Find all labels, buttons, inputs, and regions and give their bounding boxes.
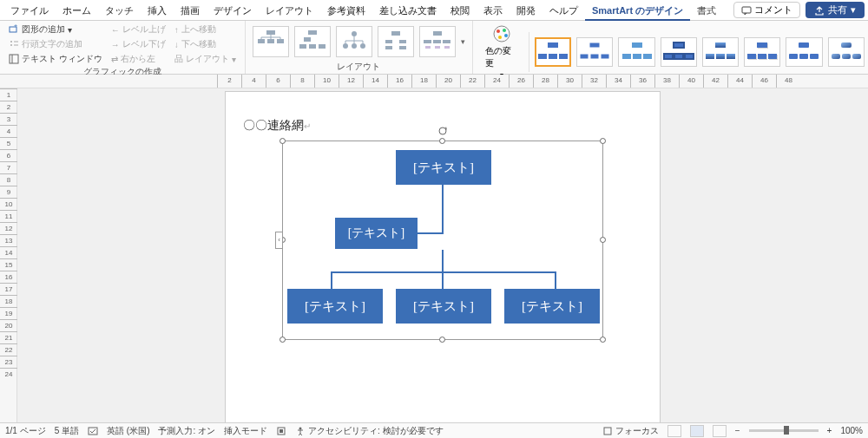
svg-rect-82 bbox=[832, 54, 840, 59]
add-bullet-button[interactable]: 行頭文字の追加 bbox=[7, 37, 104, 51]
svg-point-26 bbox=[360, 43, 365, 49]
layout-thumb-1[interactable] bbox=[253, 26, 289, 57]
svg-rect-91 bbox=[279, 429, 283, 433]
svg-rect-20 bbox=[309, 44, 316, 49]
svg-rect-43 bbox=[444, 46, 450, 49]
layout-thumb-2[interactable] bbox=[294, 26, 331, 57]
ruler-vertical[interactable]: 123456789101112131415161718192021222324 bbox=[0, 88, 17, 422]
status-page[interactable]: 1/1 ページ bbox=[5, 425, 46, 437]
status-predict[interactable]: 予測入力: オン bbox=[158, 425, 215, 437]
status-spellcheck[interactable] bbox=[88, 426, 98, 436]
ruler-horizontal[interactable]: 2468101214161820222426283032343638404244… bbox=[0, 75, 868, 88]
tab-mailings[interactable]: 差し込み文書 bbox=[372, 0, 444, 21]
tab-home[interactable]: ホーム bbox=[56, 0, 98, 21]
svg-rect-76 bbox=[768, 54, 777, 59]
tab-smartart-design[interactable]: SmartArt のデザイン bbox=[585, 0, 690, 21]
tab-references[interactable]: 参考資料 bbox=[320, 0, 372, 21]
layout-thumb-4[interactable] bbox=[378, 26, 414, 57]
style-thumb-7[interactable] bbox=[786, 37, 822, 67]
tab-insert[interactable]: 挿入 bbox=[141, 0, 174, 21]
status-insert-mode[interactable]: 挿入モード bbox=[224, 425, 267, 437]
svg-point-25 bbox=[352, 43, 357, 49]
promote-button[interactable]: ← レベル上げ bbox=[109, 23, 168, 36]
ribbon-group-create: +図形の追加 ▾ 行頭文字の追加 テキスト ウィンドウ ← レベル上げ → レベ… bbox=[0, 21, 246, 74]
layout-thumb-3[interactable] bbox=[336, 26, 372, 57]
text-pane-button[interactable]: テキスト ウィンドウ bbox=[7, 52, 104, 66]
svg-rect-50 bbox=[538, 54, 547, 59]
svg-rect-9 bbox=[266, 30, 275, 35]
status-macro[interactable] bbox=[276, 426, 286, 436]
smartart-node-child-3[interactable]: [テキスト] bbox=[504, 289, 600, 324]
svg-rect-19 bbox=[299, 44, 306, 49]
move-up-button[interactable]: ↑ 上へ移動 bbox=[173, 23, 238, 36]
resize-handle-tm[interactable] bbox=[439, 138, 445, 144]
tab-touch[interactable]: タッチ bbox=[98, 0, 141, 21]
svg-rect-53 bbox=[589, 42, 600, 48]
tab-review[interactable]: 校閲 bbox=[444, 0, 477, 21]
smartart-node-root[interactable]: [テキスト] bbox=[396, 150, 491, 185]
svg-rect-81 bbox=[841, 42, 852, 48]
svg-rect-89 bbox=[89, 428, 97, 435]
style-thumb-4[interactable] bbox=[661, 37, 697, 67]
move-down-button[interactable]: ↓ 下へ移動 bbox=[173, 37, 238, 51]
tab-view[interactable]: 表示 bbox=[477, 0, 510, 21]
resize-handle-bl[interactable] bbox=[279, 337, 286, 343]
status-accessibility[interactable]: アクセシビリティ: 検討が必要です bbox=[295, 425, 444, 437]
view-web-button[interactable] bbox=[713, 425, 727, 437]
svg-rect-63 bbox=[674, 54, 683, 59]
resize-handle-bm[interactable] bbox=[439, 337, 445, 343]
style-thumb-8[interactable] bbox=[828, 37, 865, 67]
demote-button[interactable]: → レベル下げ bbox=[109, 37, 168, 51]
smartart-frame[interactable]: ‹ [テキスト] [テキスト] [テキスト] [テキスト] [テキスト] bbox=[282, 141, 603, 340]
add-shape-button[interactable]: +図形の追加 ▾ bbox=[7, 23, 104, 36]
text-pane-toggle[interactable]: ‹ bbox=[275, 232, 283, 249]
change-colors-button[interactable]: 色の変更 ▾ bbox=[480, 23, 523, 81]
layout-thumb-5[interactable] bbox=[419, 26, 456, 57]
status-language[interactable]: 英語 (米国) bbox=[107, 425, 149, 437]
smartart-node-child-1[interactable]: [テキスト] bbox=[287, 289, 383, 324]
view-print-button[interactable] bbox=[690, 425, 704, 437]
comment-label: コメント bbox=[754, 3, 792, 16]
comment-button[interactable]: コメント bbox=[733, 2, 800, 18]
accessibility-icon bbox=[295, 426, 306, 436]
rtl-button[interactable]: ⇄ 右から左 bbox=[109, 52, 168, 66]
group-label-layouts: レイアウト bbox=[253, 61, 465, 74]
zoom-slider[interactable] bbox=[749, 429, 819, 432]
resize-handle-mr[interactable] bbox=[600, 237, 606, 243]
smartart-node-child-2[interactable]: [テキスト] bbox=[396, 289, 491, 324]
tab-developer[interactable]: 開発 bbox=[510, 0, 542, 21]
tab-file[interactable]: ファイル bbox=[3, 0, 56, 21]
tab-draw[interactable]: 描画 bbox=[174, 0, 207, 21]
zoom-level[interactable]: 100% bbox=[840, 426, 863, 435]
view-read-button[interactable] bbox=[667, 425, 681, 437]
svg-rect-41 bbox=[425, 46, 431, 49]
style-thumb-1[interactable] bbox=[535, 37, 571, 67]
status-focus[interactable]: フォーカス bbox=[602, 425, 659, 437]
style-thumb-5[interactable] bbox=[702, 37, 739, 67]
svg-rect-12 bbox=[277, 39, 284, 43]
tab-layout[interactable]: レイアウト bbox=[259, 0, 320, 21]
share-button[interactable]: 共有 ▾ bbox=[806, 2, 865, 18]
canvas-area[interactable]: 〇〇連絡網↵ ‹ [テキ bbox=[17, 88, 868, 422]
style-thumb-2[interactable] bbox=[576, 37, 613, 67]
zoom-in-button[interactable]: + bbox=[827, 426, 832, 435]
svg-rect-39 bbox=[433, 40, 441, 43]
resize-handle-tl[interactable] bbox=[279, 138, 286, 144]
layout-dropdown[interactable]: 品 レイアウト ▾ bbox=[173, 52, 238, 66]
zoom-out-button[interactable]: − bbox=[735, 426, 740, 435]
document-page[interactable]: 〇〇連絡網↵ ‹ [テキ bbox=[226, 92, 660, 422]
status-words[interactable]: 5 単語 bbox=[55, 425, 79, 437]
tab-format[interactable]: 書式 bbox=[690, 0, 723, 21]
svg-rect-70 bbox=[757, 42, 767, 48]
layouts-more-icon[interactable]: ▾ bbox=[461, 37, 465, 46]
style-thumb-3[interactable] bbox=[618, 37, 654, 67]
tab-help[interactable]: ヘルプ bbox=[542, 0, 585, 21]
smartart-node-assistant[interactable]: [テキスト] bbox=[335, 218, 418, 249]
zoom-slider-thumb[interactable] bbox=[784, 426, 789, 435]
style-thumb-6[interactable] bbox=[744, 37, 780, 67]
resize-handle-br[interactable] bbox=[600, 337, 606, 343]
tab-design[interactable]: デザイン bbox=[207, 0, 259, 21]
rotate-handle[interactable] bbox=[437, 126, 448, 136]
resize-handle-tr[interactable] bbox=[600, 138, 606, 144]
svg-rect-34 bbox=[399, 40, 406, 43]
